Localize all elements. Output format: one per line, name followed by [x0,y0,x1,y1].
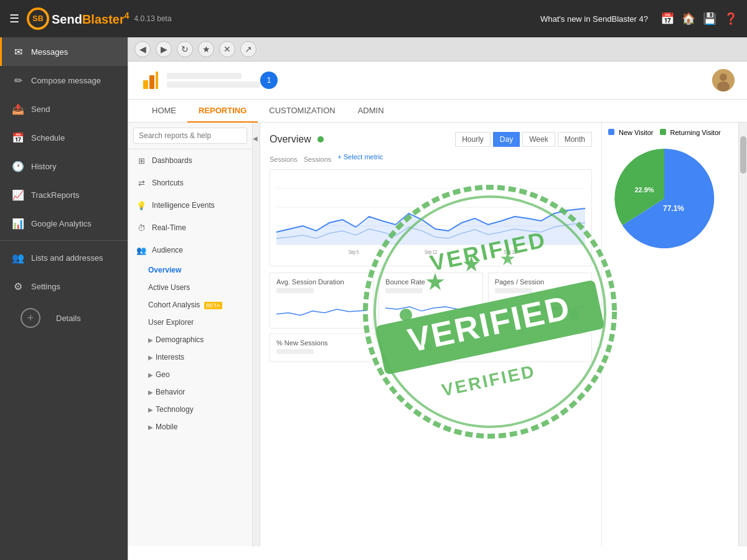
ga-main: Overview Hourly Day Week Month Sessio [260,123,601,546]
week-button[interactable]: Week [522,132,555,147]
top-bar-icons: 📅 🏠 💾 ❓ [660,12,738,26]
tab-customization[interactable]: CUSTOMIZATION [258,100,346,123]
sub-item-interests[interactable]: ▶Interests [128,348,252,366]
chart-legend: New Visitor Returning Visitor [608,129,732,136]
browser-frame: ◀ ▶ ↻ ★ ✕ ↗ [128,37,747,560]
sub-item-user-explorer[interactable]: User Explorer [128,314,252,331]
stat-card-bounce-rate: Bounce Rate [378,273,482,329]
shortcuts-icon: ⇄ [136,177,147,189]
stat-card-avg-session: Avg. Session Duration [270,273,374,329]
hamburger-menu[interactable]: ☰ [9,12,19,26]
svg-text:22.9%: 22.9% [634,186,654,194]
sub-item-technology[interactable]: ▶Technology [128,401,252,418]
messages-icon: ✉ [11,45,25,58]
sessions-label: Sessions [270,156,298,163]
menu-item-dashboards[interactable]: ⊞ Dashboards [128,149,252,172]
stat-value-pages-session [495,288,532,293]
external-link-button[interactable]: ↗ [240,41,256,57]
new-visitor-dot [608,129,614,135]
menu-item-intelligence[interactable]: 💡 Intelligence Events [128,194,252,217]
sidebar-item-compose[interactable]: ✏ Compose message [0,66,128,95]
select-metric-button[interactable]: + Select metric [337,153,383,161]
sidebar-item-schedule[interactable]: 📅 Schedule [0,123,128,152]
svg-text:SB: SB [32,14,43,23]
sub-item-overview[interactable]: Overview [128,261,252,279]
history-icon: 🕐 [11,159,25,173]
add-details-icon[interactable]: + [21,308,40,328]
sidebar-item-history[interactable]: 🕐 History [0,152,128,180]
sidebar-label-details: Details [56,314,81,323]
overview-header: Overview Hourly Day Week Month [270,132,592,147]
sidebar-item-send[interactable]: 📤 Send [0,95,128,123]
ga-content: 1 HOME REPORTING CUSTOMIZATION ADMIN [128,62,747,560]
svg-text:77.1%: 77.1% [663,204,684,213]
logo-icon: SB [27,7,49,30]
sub-item-behavior[interactable]: ▶Behavior [128,383,252,401]
trackreports-icon: 📈 [11,188,25,202]
stats-grid: Avg. Session Duration Bounce Rate [270,273,592,329]
panel-toggle[interactable]: ◀ [253,123,260,546]
version-label: 4.0.13 beta [134,14,172,23]
ga-header: 1 [128,62,747,100]
sidebar-item-google-analytics[interactable]: 📊 Google Analytics [0,209,128,238]
svg-text:Sep 19: Sep 19 [504,249,516,255]
close-button[interactable]: ✕ [219,41,235,57]
menu-item-shortcuts[interactable]: ⇄ Shortcuts [128,172,252,194]
sidebar-label-history: History [31,162,56,171]
whats-new-link[interactable]: What's new in SendBlaster 4? [540,14,648,24]
sidebar-item-lists[interactable]: 👥 Lists and addresses [0,243,128,272]
help-icon[interactable]: ❓ [724,12,738,26]
menu-item-audience[interactable]: 👥 Audience [128,239,252,261]
sub-item-active-users[interactable]: Active Users [128,279,252,296]
svg-point-16 [535,307,540,312]
ga-logo-icon [141,70,161,90]
svg-rect-4 [156,72,158,89]
sidebar-label-schedule: Schedule [31,133,65,142]
sub-item-mobile[interactable]: ▶Mobile [128,418,252,436]
google-analytics-icon: 📊 [11,217,25,230]
sidebar-item-trackreports[interactable]: 📈 TrackReports [0,180,128,209]
forward-button[interactable]: ▶ [156,41,172,57]
tab-admin[interactable]: ADMIN [347,100,395,123]
intelligence-icon: 💡 [136,200,147,211]
tab-home[interactable]: HOME [141,100,187,123]
menu-item-realtime[interactable]: ⏱ Real-Time [128,217,252,239]
back-button[interactable]: ◀ [134,41,151,57]
send-icon: 📤 [11,102,25,116]
metric-row: Sessions Sessions + Select metric [270,153,592,166]
overview-title: Overview [270,134,311,145]
home-icon[interactable]: 🏠 [682,12,695,26]
sessions-label2: Sessions [304,156,332,163]
sidebar-item-settings[interactable]: ⚙ Settings [0,272,128,301]
sidebar-item-messages[interactable]: ✉ Messages [0,37,128,66]
day-button[interactable]: Day [493,132,520,147]
content-area: ◀ ▶ ↻ ★ ✕ ↗ [128,37,747,560]
legend-returning-visitor: Returning Visitor [660,129,721,136]
calendar-icon[interactable]: 📅 [660,12,674,26]
svg-text:Sep 5: Sep 5 [349,249,359,255]
search-input[interactable] [133,128,247,144]
sub-item-geo[interactable]: ▶Geo [128,366,252,383]
lists-icon: 👥 [11,251,25,264]
sidebar-item-details[interactable]: + Details [0,301,128,335]
refresh-button[interactable]: ↻ [177,41,193,57]
save-icon[interactable]: 💾 [703,12,716,26]
ga-right-panel: New Visitor Returning Visitor [601,123,738,546]
tab-reporting[interactable]: REPORTING [187,100,258,123]
ga-notification-badge[interactable]: 1 [260,72,278,89]
month-button[interactable]: Month [558,132,592,147]
menu-label-dashboards: Dashboards [152,156,192,165]
scroll-thumb[interactable] [740,136,746,174]
svg-text:Sep 12: Sep 12 [425,249,437,255]
svg-rect-2 [143,80,148,89]
legend-new-visitor: New Visitor [608,129,654,136]
compose-icon: ✏ [11,73,25,87]
star-button[interactable]: ★ [198,41,214,57]
stat-value-bounce-rate [385,288,423,293]
sidebar: ✉ Messages ✏ Compose message 📤 Send 📅 Sc… [0,37,128,560]
sub-item-demographics[interactable]: ▶Demographics [128,331,252,348]
dashboards-icon: ⊞ [136,155,147,166]
scrollbar[interactable] [738,123,747,546]
hourly-button[interactable]: Hourly [455,132,491,147]
sub-item-cohort[interactable]: Cohort Analysis BETA [128,296,252,314]
